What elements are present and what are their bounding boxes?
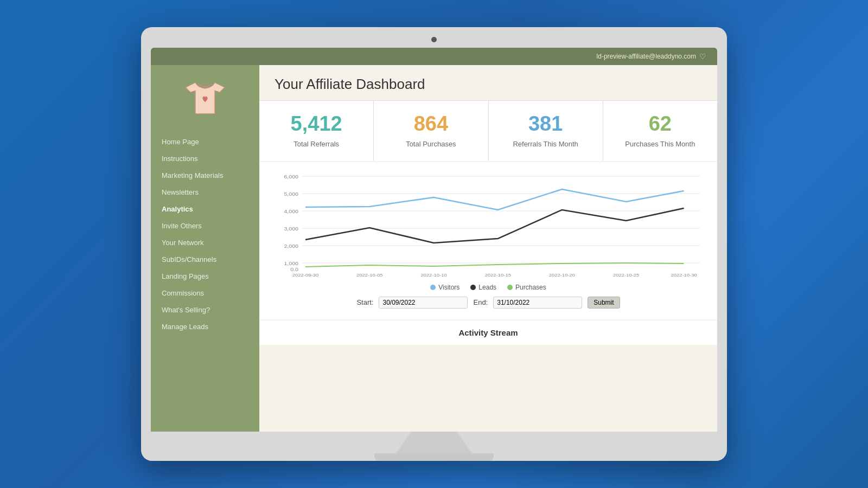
svg-text:2022-10-20: 2022-10-20 — [549, 272, 575, 277]
monitor: ld-preview-affiliate@leaddyno.com ♡ — [141, 27, 727, 461]
svg-text:3,000: 3,000 — [284, 226, 298, 231]
svg-text:1,000: 1,000 — [284, 260, 298, 266]
stat-label: Total Purchases — [382, 140, 479, 149]
stat-number: 62 — [612, 113, 709, 136]
svg-text:2022-09-30: 2022-09-30 — [292, 272, 318, 277]
monitor-stand — [396, 432, 472, 453]
sidebar-item-landing-pages[interactable]: Landing Pages — [151, 268, 259, 285]
chart-container: 6,000 5,000 4,000 3,000 2,000 1,000 0.0 … — [270, 171, 706, 279]
monitor-screen: ld-preview-affiliate@leaddyno.com ♡ — [151, 48, 717, 432]
svg-text:2022-10-10: 2022-10-10 — [420, 272, 446, 277]
svg-text:0.0: 0.0 — [290, 266, 298, 272]
end-label: End: — [473, 298, 488, 306]
legend-label: Purchases — [515, 284, 546, 291]
legend-label: Visitors — [438, 284, 459, 291]
svg-text:2022-10-05: 2022-10-05 — [356, 272, 382, 277]
legend-item-visitors: Visitors — [430, 284, 459, 291]
sidebar-item-your-network[interactable]: Your Network — [151, 234, 259, 251]
main-panel: Your Affiliate Dashboard 5,412 Total Ref… — [259, 65, 717, 432]
svg-text:4,000: 4,000 — [284, 208, 298, 214]
sidebar-item-home-page[interactable]: Home Page — [151, 133, 259, 150]
chart-section: 6,000 5,000 4,000 3,000 2,000 1,000 0.0 … — [259, 162, 717, 319]
sidebar-item-manage-leads[interactable]: Manage Leads — [151, 318, 259, 335]
stat-label: Purchases This Month — [612, 140, 709, 149]
stat-number: 5,412 — [268, 113, 365, 136]
submit-button[interactable]: Submit — [588, 297, 620, 309]
stat-label: Total Referrals — [268, 140, 365, 149]
dashboard-title: Your Affiliate Dashboard — [275, 76, 702, 93]
legend-dot — [430, 285, 436, 290]
sidebar-navigation: Home PageInstructionsMarketing Materials… — [151, 133, 259, 335]
sidebar-item-invite-others[interactable]: Invite Others — [151, 217, 259, 234]
svg-text:2022-10-30: 2022-10-30 — [671, 272, 697, 277]
stat-number: 381 — [497, 113, 594, 136]
date-range-form: Start: End: Submit — [270, 297, 706, 314]
screen-body: Home PageInstructionsMarketing Materials… — [151, 65, 717, 432]
sidebar-item-analytics[interactable]: Analytics — [151, 201, 259, 217]
svg-text:5,000: 5,000 — [284, 191, 298, 196]
purchases-line — [305, 263, 684, 267]
svg-text:6,000: 6,000 — [284, 174, 298, 179]
line-chart: 6,000 5,000 4,000 3,000 2,000 1,000 0.0 … — [270, 171, 706, 279]
stat-card-total-purchases: 864 Total Purchases — [374, 101, 488, 161]
sidebar-item-newsletters[interactable]: Newsletters — [151, 184, 259, 201]
sidebar-item-instructions[interactable]: Instructions — [151, 150, 259, 167]
svg-text:2,000: 2,000 — [284, 243, 298, 248]
brand-logo — [181, 74, 229, 123]
end-date-input[interactable] — [493, 297, 582, 309]
legend-item-purchases: Purchases — [507, 284, 546, 291]
chart-legend: Visitors Leads Purchases — [270, 284, 706, 291]
monitor-base — [374, 453, 494, 461]
stat-card-total-referrals: 5,412 Total Referrals — [259, 101, 374, 161]
legend-dot — [507, 285, 513, 290]
stat-card-referrals-this-month: 381 Referrals This Month — [489, 101, 603, 161]
stat-card-purchases-this-month: 62 Purchases This Month — [603, 101, 717, 161]
user-email: ld-preview-affiliate@leaddyno.com — [597, 53, 696, 60]
legend-label: Leads — [478, 284, 496, 291]
leads-line — [305, 208, 684, 243]
sidebar-item-subidschannels[interactable]: SubIDs/Channels — [151, 251, 259, 268]
visitors-line — [305, 189, 684, 210]
svg-text:2022-10-25: 2022-10-25 — [613, 272, 639, 277]
start-label: Start: — [356, 298, 373, 306]
heart-icon: ♡ — [699, 52, 706, 61]
start-date-input[interactable] — [379, 297, 468, 309]
stat-number: 864 — [382, 113, 479, 136]
monitor-camera — [431, 37, 437, 42]
legend-item-leads: Leads — [470, 284, 496, 291]
stat-label: Referrals This Month — [497, 140, 594, 149]
legend-dot — [470, 285, 476, 290]
activity-stream-title: Activity Stream — [270, 328, 706, 337]
svg-text:2022-10-15: 2022-10-15 — [485, 272, 511, 277]
sidebar: Home PageInstructionsMarketing Materials… — [151, 65, 259, 432]
stats-row: 5,412 Total Referrals 864 Total Purchase… — [259, 100, 717, 161]
sidebar-item-marketing-materials[interactable]: Marketing Materials — [151, 167, 259, 184]
dashboard-header: Your Affiliate Dashboard — [259, 65, 717, 100]
sidebar-item-whats-selling[interactable]: What's Selling? — [151, 301, 259, 318]
sidebar-item-commissions[interactable]: Commissions — [151, 285, 259, 301]
top-bar: ld-preview-affiliate@leaddyno.com ♡ — [151, 48, 717, 65]
activity-stream-section: Activity Stream — [259, 320, 717, 345]
